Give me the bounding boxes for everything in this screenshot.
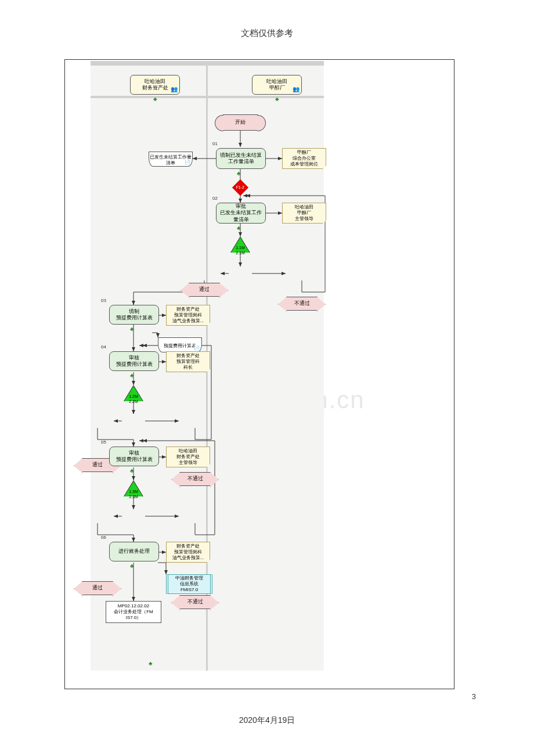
decision-pass-3: 通过 — [82, 581, 113, 595]
tree-icon: ♣ — [149, 660, 154, 666]
document-icon: 📄 — [194, 345, 200, 351]
task-04: 审核 预提费用计算表 — [109, 351, 159, 371]
note-06: 财务资产处 预算管理岗科 油气业务预算... — [166, 542, 210, 563]
document-icon: 📄 — [185, 160, 190, 165]
risk-triangle-3: 1.3M 2.3M — [124, 481, 143, 496]
doc-prepaid-calc: 预提费用计算表📄 — [158, 337, 202, 352]
task-01: 填制已发生未结算工作量清单 — [216, 148, 266, 169]
flowchart-canvas: www.zixin.com.cn — [66, 61, 453, 687]
task-02: 审批 已发生未结算工作量清单 — [216, 203, 266, 224]
risk-triangle-2: 1.2M 2.2M — [124, 386, 143, 401]
tree-icon: ♣ — [153, 96, 159, 102]
lane-header-2 — [208, 61, 324, 66]
note-03: 财务资产处 预算管理岗科 油气业务预算... — [166, 305, 210, 326]
tree-icon: ♣ — [130, 372, 136, 378]
decision-fail-2: 不通过 — [179, 472, 211, 486]
tree-icon: ♣ — [275, 96, 281, 102]
decision-fail-1: 不通过 — [286, 297, 317, 311]
step-num-02: 02 — [212, 196, 218, 201]
step-num-03: 03 — [101, 298, 106, 303]
step-num-04: 04 — [101, 344, 106, 350]
note-01: 甲醇厂 综合办公室 成本管理岗位 — [282, 148, 326, 169]
task-05: 审核 预提费用计算表 — [109, 447, 159, 466]
pool-methanol: 吐哈油田 甲醇厂👥 — [252, 75, 302, 95]
step-num-05: 05 — [101, 440, 106, 445]
tree-icon: ♣ — [237, 225, 243, 231]
tree-icon: ♣ — [130, 326, 136, 332]
note-05: 吐哈油田 财务资产处 主管领导 — [166, 447, 210, 467]
note-04: 财务资产处 预算管理科 科长 — [166, 351, 210, 372]
task-06: 进行账务处理 — [109, 542, 159, 561]
page-date: 2020年4月19日 — [0, 715, 534, 726]
pool-finance: 吐哈油田 财务资产处👥 — [130, 75, 180, 95]
doc-work-list: 已发生未结算工作量清单📄 — [149, 152, 193, 167]
decision-fail-3: 不通过 — [179, 595, 211, 609]
decision-pass-1: 通过 — [189, 283, 220, 297]
group-icon: 👥 — [171, 86, 178, 93]
step-num-01: 01 — [212, 141, 218, 146]
page-header: 文档仅供参考 — [0, 0, 534, 39]
page-number: 3 — [472, 692, 476, 701]
decision-pass-2: 通过 — [82, 458, 113, 472]
start-event: 开始 — [223, 114, 258, 131]
system-fmis: 中油财务管理 信息系统 FMIS7.0 — [166, 574, 212, 594]
tree-icon: ♣ — [130, 467, 136, 473]
lane-header-1 — [91, 61, 206, 66]
subprocess-fmis: MP02.12.02.02 会计业务处理（FM IS7.0） — [106, 601, 161, 623]
note-02: 吐哈油田 甲醇厂 主管领导 — [282, 203, 326, 224]
tree-icon: ♣ — [130, 563, 136, 568]
tree-icon: ♣ — [237, 170, 243, 176]
group-icon: 👥 — [293, 86, 300, 93]
task-03: 填制 预提费用计算表 — [109, 305, 159, 325]
risk-triangle-1: 1.1M 2.1M — [231, 237, 250, 253]
step-num-06: 06 — [101, 535, 106, 540]
